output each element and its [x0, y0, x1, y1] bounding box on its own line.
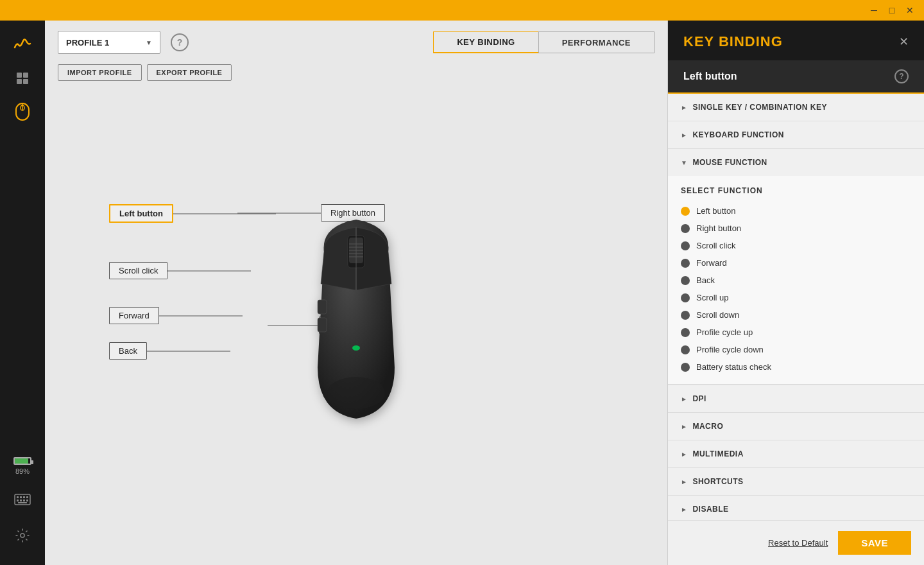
function-dot-battery-status-check: [681, 363, 690, 372]
sidebar-logo-icon[interactable]: [8, 31, 37, 59]
svg-rect-11: [26, 496, 28, 498]
function-list: Left button Right button Scroll click: [681, 204, 911, 374]
tab-performance[interactable]: PERFORMANCE: [538, 31, 654, 53]
svg-point-35: [327, 377, 385, 409]
main-layout: 89%: [0, 21, 924, 565]
keyboard-function-arrow: ►: [681, 132, 687, 139]
left-button-box[interactable]: Left button: [109, 204, 173, 223]
function-dot-scroll-down: [681, 311, 690, 320]
accordion-shortcuts: ► SHORTCUTS: [668, 468, 924, 496]
accordion-disable-header[interactable]: ► DISABLE: [668, 496, 924, 520]
macro-label: MACRO: [692, 422, 723, 431]
sidebar-keyboard-icon[interactable]: [8, 485, 37, 514]
multimedia-arrow: ►: [681, 451, 687, 458]
accordion-single-key-header[interactable]: ► SINGLE KEY / COMBINATION KEY: [668, 94, 924, 121]
close-button[interactable]: ✕: [901, 1, 919, 19]
accordion-mouse-function-header[interactable]: ▼ MOUSE FUNCTION: [668, 149, 924, 176]
battery-display: 89%: [13, 457, 31, 475]
panel-close-button[interactable]: ✕: [899, 35, 909, 49]
battery-percent: 89%: [15, 467, 30, 475]
function-item-scroll-click[interactable]: Scroll click: [681, 239, 911, 252]
shortcuts-label: SHORTCUTS: [692, 477, 743, 486]
select-function-title: SELECT FUNCTION: [681, 186, 911, 195]
kb-header: Left button ?: [668, 60, 924, 94]
accordion-mouse-function: ▼ MOUSE FUNCTION SELECT FUNCTION Left bu…: [668, 149, 924, 385]
function-label-forward: Forward: [696, 258, 727, 268]
single-key-arrow: ►: [681, 104, 687, 111]
chevron-down-icon: ▼: [146, 39, 152, 46]
macro-arrow: ►: [681, 423, 687, 430]
svg-rect-14: [23, 500, 25, 501]
profile-label: PROFILE 1: [66, 38, 141, 48]
accordion-dpi-header[interactable]: ► DPI: [668, 385, 924, 412]
accordion-shortcuts-header[interactable]: ► SHORTCUTS: [668, 468, 924, 495]
svg-point-17: [21, 534, 24, 537]
kb-help-button[interactable]: ?: [894, 69, 909, 83]
right-panel: KEY BINDING ✕ Left button ? ► SINGLE KEY…: [667, 21, 924, 565]
function-dot-forward: [681, 259, 690, 268]
keyboard-function-label: KEYBOARD FUNCTION: [692, 130, 784, 139]
scroll-click-box[interactable]: Scroll click: [109, 262, 167, 279]
import-profile-button[interactable]: IMPORT PROFILE: [58, 64, 142, 81]
right-panel-title: KEY BINDING: [683, 33, 783, 50]
svg-rect-32: [318, 318, 327, 332]
profile-select[interactable]: PROFILE 1 ▼: [58, 31, 160, 54]
svg-point-33: [352, 345, 360, 351]
function-dot-scroll-up: [681, 293, 690, 302]
tab-key-binding[interactable]: KEY BINDING: [433, 31, 538, 53]
function-item-left-button[interactable]: Left button: [681, 204, 911, 218]
maximize-button[interactable]: □: [883, 1, 901, 19]
function-label-back: Back: [696, 275, 715, 285]
reset-to-default-button[interactable]: Reset to Default: [768, 538, 828, 548]
back-label[interactable]: Back: [109, 342, 147, 360]
titlebar: ─ □ ✕: [0, 0, 924, 21]
svg-rect-3: [23, 79, 28, 84]
function-item-back[interactable]: Back: [681, 274, 911, 287]
function-item-right-button[interactable]: Right button: [681, 222, 911, 235]
mouse-function-arrow: ▼: [681, 159, 687, 166]
dpi-arrow: ►: [681, 396, 687, 403]
function-item-profile-cycle-down[interactable]: Profile cycle down: [681, 343, 911, 356]
content: PROFILE 1 ▼ ? KEY BINDING PERFORMANCE IM…: [45, 21, 924, 565]
accordion-disable: ► DISABLE: [668, 496, 924, 520]
function-item-battery-status-check[interactable]: Battery status check: [681, 360, 911, 374]
svg-rect-10: [23, 496, 25, 498]
accordion-multimedia-header[interactable]: ► MULTIMEDIA: [668, 440, 924, 467]
dpi-label: DPI: [692, 394, 706, 403]
svg-rect-8: [17, 496, 19, 498]
minimize-button[interactable]: ─: [865, 1, 883, 19]
svg-rect-9: [20, 496, 22, 498]
sidebar-mouse-icon[interactable]: [8, 98, 37, 126]
forward-box[interactable]: Forward: [109, 307, 159, 324]
right-panel-header: KEY BINDING ✕: [668, 21, 924, 60]
scroll-click-label[interactable]: Scroll click: [109, 262, 167, 279]
sidebar-grid-icon[interactable]: [8, 64, 37, 92]
function-item-scroll-down[interactable]: Scroll down: [681, 308, 911, 322]
accordion-dpi: ► DPI: [668, 385, 924, 413]
shortcuts-arrow: ►: [681, 478, 687, 485]
svg-rect-12: [17, 500, 19, 501]
battery-fill: [15, 458, 28, 464]
function-label-scroll-down: Scroll down: [696, 310, 739, 320]
svg-rect-2: [17, 79, 22, 84]
accordion-macro-header[interactable]: ► MACRO: [668, 413, 924, 440]
sidebar: 89%: [0, 21, 45, 565]
forward-label[interactable]: Forward: [109, 307, 159, 324]
function-dot-left-button: [681, 207, 690, 216]
back-box[interactable]: Back: [109, 342, 147, 360]
accordion-area: ► SINGLE KEY / COMBINATION KEY ► KEYBOAR…: [668, 94, 924, 520]
function-dot-right-button: [681, 224, 690, 233]
function-item-forward[interactable]: Forward: [681, 256, 911, 270]
svg-rect-31: [318, 300, 327, 314]
help-button[interactable]: ?: [171, 33, 189, 51]
save-button[interactable]: SAVE: [838, 531, 911, 555]
function-item-profile-cycle-up[interactable]: Profile cycle up: [681, 326, 911, 339]
sidebar-settings-icon[interactable]: [8, 521, 37, 550]
left-button-label[interactable]: Left button: [109, 204, 173, 223]
multimedia-label: MULTIMEDIA: [692, 449, 743, 458]
function-dot-profile-cycle-down: [681, 345, 690, 354]
export-profile-button[interactable]: EXPORT PROFILE: [147, 64, 232, 81]
function-dot-scroll-click: [681, 241, 690, 250]
accordion-keyboard-function-header[interactable]: ► KEYBOARD FUNCTION: [668, 121, 924, 148]
function-item-scroll-up[interactable]: Scroll up: [681, 291, 911, 304]
